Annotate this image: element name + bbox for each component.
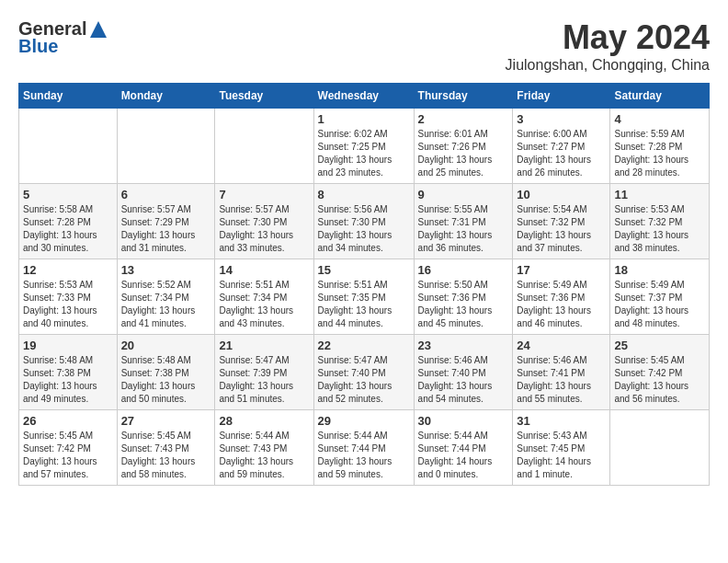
calendar-cell: 1Sunrise: 6:02 AM Sunset: 7:25 PM Daylig… xyxy=(313,109,414,184)
day-info: Sunrise: 5:59 AM Sunset: 7:28 PM Dayligh… xyxy=(614,128,705,179)
calendar-cell: 24Sunrise: 5:46 AM Sunset: 7:41 PM Dayli… xyxy=(513,335,610,410)
day-info: Sunrise: 5:54 AM Sunset: 7:32 PM Dayligh… xyxy=(517,203,606,255)
weekday-header-sunday: Sunday xyxy=(19,84,118,109)
day-number: 29 xyxy=(318,414,410,428)
logo-icon xyxy=(88,19,108,40)
calendar-cell: 10Sunrise: 5:54 AM Sunset: 7:32 PM Dayli… xyxy=(513,184,610,259)
calendar-cell xyxy=(215,109,313,184)
calendar-cell: 19Sunrise: 5:48 AM Sunset: 7:38 PM Dayli… xyxy=(19,335,118,410)
day-info: Sunrise: 5:51 AM Sunset: 7:35 PM Dayligh… xyxy=(318,279,410,330)
day-number: 22 xyxy=(318,339,410,352)
calendar-cell: 25Sunrise: 5:45 AM Sunset: 7:42 PM Dayli… xyxy=(610,335,710,410)
day-number: 9 xyxy=(418,188,509,201)
day-info: Sunrise: 5:48 AM Sunset: 7:38 PM Dayligh… xyxy=(23,354,113,406)
calendar-table: SundayMondayTuesdayWednesdayThursdayFrid… xyxy=(18,83,710,486)
day-number: 27 xyxy=(121,414,211,428)
day-number: 25 xyxy=(614,339,705,352)
day-info: Sunrise: 5:49 AM Sunset: 7:37 PM Dayligh… xyxy=(614,279,705,330)
day-number: 10 xyxy=(517,188,606,201)
day-number: 24 xyxy=(517,339,606,352)
day-number: 8 xyxy=(318,188,410,201)
calendar-cell: 6Sunrise: 5:57 AM Sunset: 7:29 PM Daylig… xyxy=(117,184,215,259)
calendar-cell: 9Sunrise: 5:55 AM Sunset: 7:31 PM Daylig… xyxy=(414,184,513,259)
day-info: Sunrise: 5:53 AM Sunset: 7:33 PM Dayligh… xyxy=(23,279,113,330)
day-number: 14 xyxy=(219,263,309,277)
day-number: 16 xyxy=(418,263,509,277)
day-info: Sunrise: 5:51 AM Sunset: 7:34 PM Dayligh… xyxy=(219,279,309,330)
day-number: 21 xyxy=(219,339,309,352)
day-info: Sunrise: 5:47 AM Sunset: 7:39 PM Dayligh… xyxy=(219,354,309,406)
calendar-cell: 18Sunrise: 5:49 AM Sunset: 7:37 PM Dayli… xyxy=(610,259,710,335)
calendar-cell: 17Sunrise: 5:49 AM Sunset: 7:36 PM Dayli… xyxy=(513,259,610,335)
weekday-header-monday: Monday xyxy=(117,84,215,109)
day-info: Sunrise: 6:01 AM Sunset: 7:26 PM Dayligh… xyxy=(418,128,509,179)
logo-blue-text: Blue xyxy=(18,36,58,57)
calendar-cell: 5Sunrise: 5:58 AM Sunset: 7:28 PM Daylig… xyxy=(19,184,118,259)
calendar-cell: 8Sunrise: 5:56 AM Sunset: 7:30 PM Daylig… xyxy=(313,184,414,259)
calendar-cell: 2Sunrise: 6:01 AM Sunset: 7:26 PM Daylig… xyxy=(414,109,513,184)
day-number: 31 xyxy=(517,414,606,428)
month-title: May 2024 xyxy=(506,18,710,57)
day-number: 19 xyxy=(23,339,113,352)
day-info: Sunrise: 5:57 AM Sunset: 7:30 PM Dayligh… xyxy=(219,203,309,255)
day-number: 23 xyxy=(418,339,509,352)
calendar-cell: 23Sunrise: 5:46 AM Sunset: 7:40 PM Dayli… xyxy=(414,335,513,410)
day-info: Sunrise: 5:46 AM Sunset: 7:41 PM Dayligh… xyxy=(517,354,606,406)
calendar-cell: 14Sunrise: 5:51 AM Sunset: 7:34 PM Dayli… xyxy=(215,259,313,335)
day-info: Sunrise: 5:58 AM Sunset: 7:28 PM Dayligh… xyxy=(23,203,113,255)
day-info: Sunrise: 5:46 AM Sunset: 7:40 PM Dayligh… xyxy=(418,354,509,406)
calendar-cell xyxy=(610,410,710,486)
calendar-cell: 20Sunrise: 5:48 AM Sunset: 7:38 PM Dayli… xyxy=(117,335,215,410)
logo: General Blue xyxy=(18,18,108,57)
calendar-cell: 22Sunrise: 5:47 AM Sunset: 7:40 PM Dayli… xyxy=(313,335,414,410)
day-number: 15 xyxy=(318,263,410,277)
calendar-cell: 26Sunrise: 5:45 AM Sunset: 7:42 PM Dayli… xyxy=(19,410,118,486)
day-info: Sunrise: 5:49 AM Sunset: 7:36 PM Dayligh… xyxy=(517,279,606,330)
calendar-cell: 7Sunrise: 5:57 AM Sunset: 7:30 PM Daylig… xyxy=(215,184,313,259)
day-info: Sunrise: 6:02 AM Sunset: 7:25 PM Dayligh… xyxy=(318,128,410,179)
calendar-cell: 28Sunrise: 5:44 AM Sunset: 7:43 PM Dayli… xyxy=(215,410,313,486)
day-number: 6 xyxy=(121,188,211,201)
page-header: General Blue May 2024 Jiulongshan, Chong… xyxy=(18,18,710,74)
weekday-header-tuesday: Tuesday xyxy=(215,84,313,109)
day-number: 13 xyxy=(121,263,211,277)
day-number: 20 xyxy=(121,339,211,352)
calendar-cell: 11Sunrise: 5:53 AM Sunset: 7:32 PM Dayli… xyxy=(610,184,710,259)
day-info: Sunrise: 5:56 AM Sunset: 7:30 PM Dayligh… xyxy=(318,203,410,255)
calendar-cell: 30Sunrise: 5:44 AM Sunset: 7:44 PM Dayli… xyxy=(414,410,513,486)
day-number: 26 xyxy=(23,414,113,428)
day-info: Sunrise: 5:50 AM Sunset: 7:36 PM Dayligh… xyxy=(418,279,509,330)
day-info: Sunrise: 5:45 AM Sunset: 7:42 PM Dayligh… xyxy=(23,430,113,481)
day-number: 3 xyxy=(517,112,606,126)
day-number: 5 xyxy=(23,188,113,201)
calendar-cell: 16Sunrise: 5:50 AM Sunset: 7:36 PM Dayli… xyxy=(414,259,513,335)
calendar-cell: 13Sunrise: 5:52 AM Sunset: 7:34 PM Dayli… xyxy=(117,259,215,335)
day-number: 12 xyxy=(23,263,113,277)
calendar-cell xyxy=(19,109,118,184)
day-info: Sunrise: 5:44 AM Sunset: 7:44 PM Dayligh… xyxy=(318,430,410,481)
weekday-header-friday: Friday xyxy=(513,84,610,109)
day-number: 17 xyxy=(517,263,606,277)
calendar-cell: 27Sunrise: 5:45 AM Sunset: 7:43 PM Dayli… xyxy=(117,410,215,486)
day-info: Sunrise: 5:57 AM Sunset: 7:29 PM Dayligh… xyxy=(121,203,211,255)
calendar-cell: 31Sunrise: 5:43 AM Sunset: 7:45 PM Dayli… xyxy=(513,410,610,486)
day-number: 7 xyxy=(219,188,309,201)
day-info: Sunrise: 6:00 AM Sunset: 7:27 PM Dayligh… xyxy=(517,128,606,179)
day-info: Sunrise: 5:43 AM Sunset: 7:45 PM Dayligh… xyxy=(517,430,606,481)
day-number: 4 xyxy=(614,112,705,126)
day-info: Sunrise: 5:48 AM Sunset: 7:38 PM Dayligh… xyxy=(121,354,211,406)
calendar-cell: 21Sunrise: 5:47 AM Sunset: 7:39 PM Dayli… xyxy=(215,335,313,410)
svg-marker-0 xyxy=(90,21,107,38)
weekday-header-wednesday: Wednesday xyxy=(313,84,414,109)
day-number: 11 xyxy=(614,188,705,201)
location-title: Jiulongshan, Chongqing, China xyxy=(506,57,710,74)
title-block: May 2024 Jiulongshan, Chongqing, China xyxy=(506,18,710,74)
day-info: Sunrise: 5:53 AM Sunset: 7:32 PM Dayligh… xyxy=(614,203,705,255)
day-number: 1 xyxy=(318,112,410,126)
calendar-cell: 4Sunrise: 5:59 AM Sunset: 7:28 PM Daylig… xyxy=(610,109,710,184)
day-info: Sunrise: 5:44 AM Sunset: 7:43 PM Dayligh… xyxy=(219,430,309,481)
calendar-cell xyxy=(117,109,215,184)
day-info: Sunrise: 5:45 AM Sunset: 7:43 PM Dayligh… xyxy=(121,430,211,481)
day-info: Sunrise: 5:52 AM Sunset: 7:34 PM Dayligh… xyxy=(121,279,211,330)
day-info: Sunrise: 5:47 AM Sunset: 7:40 PM Dayligh… xyxy=(318,354,410,406)
